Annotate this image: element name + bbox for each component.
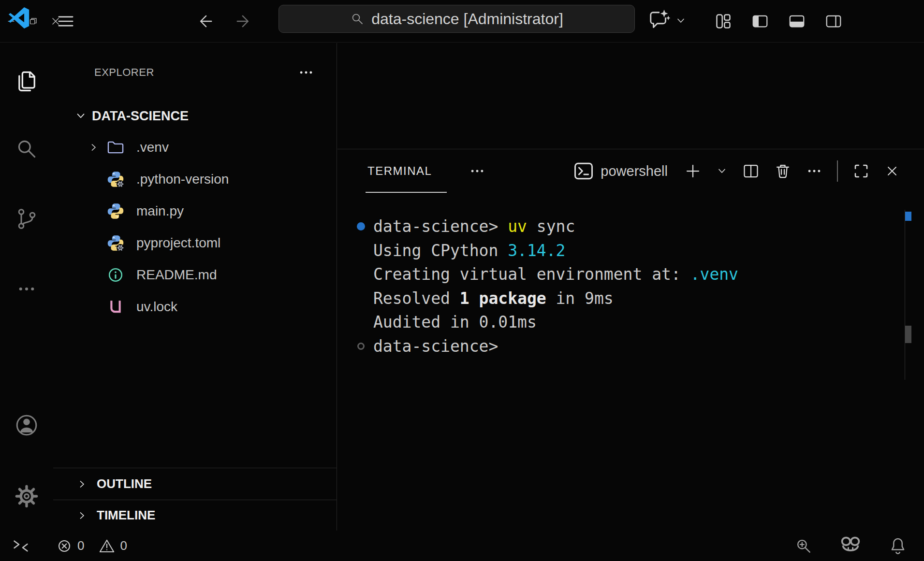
- menu-button[interactable]: [56, 12, 75, 31]
- toggle-secondary-sidebar-button[interactable]: [825, 13, 842, 30]
- error-icon: [56, 538, 73, 554]
- arrow-right-icon: [235, 12, 253, 30]
- terminal-output[interactable]: data-science> uv sync Using CPython 3.14…: [337, 193, 924, 531]
- chevron-down-icon: [74, 110, 87, 122]
- terminal-line: Using CPython 3.14.2: [337, 239, 924, 263]
- command-decoration-prompt[interactable]: [337, 334, 373, 359]
- kill-terminal-button[interactable]: [774, 162, 792, 180]
- workspace-root-row[interactable]: DATA-SCIENCE: [74, 105, 189, 127]
- problems-button[interactable]: 0 0: [56, 538, 127, 554]
- ellipsis-icon: [298, 64, 314, 81]
- go-forward-button[interactable]: [235, 12, 253, 30]
- file-item-venv[interactable]: .venv: [53, 131, 337, 163]
- command-decoration-success[interactable]: [337, 215, 373, 239]
- close-panel-button[interactable]: [884, 163, 900, 179]
- settings-button[interactable]: [0, 483, 53, 510]
- vscode-logo-icon: [8, 7, 30, 29]
- title-bar: data-science [Administrator]: [0, 0, 924, 43]
- workspace-root-label: DATA-SCIENCE: [92, 109, 189, 124]
- section-label: TIMELINE: [97, 508, 155, 523]
- copilot-menu-button[interactable]: [675, 15, 687, 27]
- active-terminal-instance[interactable]: powershell: [573, 161, 668, 181]
- remote-icon: [12, 537, 30, 555]
- sidebar-left-icon: [751, 13, 769, 30]
- copilot-icon: [840, 535, 861, 557]
- file-label: .venv: [136, 140, 169, 155]
- launch-profile-button[interactable]: [716, 165, 728, 177]
- remote-indicator-button[interactable]: [12, 537, 30, 555]
- sidebar-header: EXPLORER: [94, 61, 314, 84]
- sidebar-item-search[interactable]: [0, 135, 53, 162]
- chevron-right-icon: [76, 510, 88, 521]
- bell-icon: [888, 536, 908, 556]
- split-terminal-icon: [742, 162, 760, 180]
- shell-label: powershell: [601, 163, 668, 179]
- terminal-line: Resolved 1 package in 9ms: [337, 287, 924, 311]
- file-item-uv-lock[interactable]: uv.lock: [53, 291, 337, 323]
- section-timeline[interactable]: TIMELINE: [53, 500, 337, 531]
- warning-count: 0: [120, 538, 127, 553]
- chevron-right-icon: [76, 478, 88, 490]
- panel-bottom-icon: [788, 13, 806, 30]
- status-bar: 0 0: [0, 531, 924, 561]
- gear-icon: [14, 484, 39, 509]
- copilot-chat-control: [648, 10, 687, 32]
- go-back-button[interactable]: [195, 12, 214, 30]
- scrollbar-command-mark: [905, 212, 911, 221]
- toggle-primary-sidebar-button[interactable]: [751, 13, 769, 30]
- maximize-panel-icon: [852, 162, 870, 180]
- terminal-line: Audited in 0.01ms: [337, 310, 924, 334]
- section-outline[interactable]: OUTLINE: [53, 468, 337, 500]
- copilot-chat-button[interactable]: [648, 10, 670, 32]
- activity-bar: [0, 43, 53, 531]
- file-label: README.md: [136, 267, 217, 283]
- customize-layout-button[interactable]: [715, 13, 732, 30]
- terminal-line: data-science> uv sync: [337, 215, 924, 239]
- info-icon: [107, 266, 124, 284]
- error-count: 0: [77, 538, 84, 553]
- toolbar-divider: [837, 160, 838, 182]
- split-terminal-button[interactable]: [742, 162, 760, 180]
- sidebar-item-explorer[interactable]: [0, 69, 53, 96]
- terminal-line: data-science>: [337, 334, 924, 359]
- python-settings-icon: [106, 234, 125, 252]
- scrollbar-thumb[interactable]: [905, 326, 911, 343]
- layout-controls: [715, 13, 842, 30]
- chevron-right-icon: [88, 142, 100, 153]
- zoom-indicator-button[interactable]: [794, 537, 813, 555]
- copilot-chat-icon: [648, 10, 670, 32]
- zoom-in-icon: [794, 537, 813, 555]
- notifications-button[interactable]: [888, 536, 908, 556]
- new-terminal-button[interactable]: [684, 162, 702, 180]
- file-label: .python-version: [136, 172, 229, 187]
- powershell-terminal-icon: [573, 161, 594, 181]
- tab-terminal[interactable]: TERMINAL: [367, 149, 432, 193]
- maximize-panel-button[interactable]: [852, 162, 870, 180]
- search-icon: [350, 12, 365, 26]
- terminal-tab-label: TERMINAL: [367, 164, 432, 178]
- file-label: uv.lock: [136, 299, 177, 315]
- terminal-panel: TERMINAL powershell data-science> uv syn…: [337, 149, 924, 531]
- search-icon: [15, 137, 39, 161]
- explorer-sidebar: EXPLORER DATA-SCIENCE .venv .python-vers…: [53, 43, 337, 531]
- terminal-more-actions-button[interactable]: [806, 163, 822, 179]
- file-item-python-version[interactable]: .python-version: [53, 163, 337, 195]
- file-item-pyproject-toml[interactable]: pyproject.toml: [53, 227, 337, 259]
- copilot-status-button[interactable]: [840, 535, 861, 557]
- file-item-main-py[interactable]: main.py: [53, 195, 337, 227]
- panel-views-more-button[interactable]: [469, 149, 485, 193]
- accounts-button[interactable]: [0, 412, 53, 439]
- warning-icon: [99, 538, 115, 554]
- more-views-button[interactable]: [0, 275, 53, 302]
- command-center-search[interactable]: data-science [Administrator]: [279, 5, 635, 33]
- source-control-icon: [15, 207, 38, 230]
- file-item-readme-md[interactable]: README.md: [53, 259, 337, 291]
- python-icon: [106, 202, 125, 220]
- sidebar-sections: OUTLINE TIMELINE: [53, 468, 337, 531]
- panel-header: TERMINAL powershell: [337, 149, 924, 193]
- uv-icon: [107, 298, 124, 316]
- file-tree: .venv .python-version main.py pyproject.…: [53, 131, 337, 323]
- explorer-more-actions-button[interactable]: [298, 64, 314, 81]
- sidebar-item-source-control[interactable]: [0, 205, 53, 232]
- toggle-panel-button[interactable]: [788, 13, 806, 30]
